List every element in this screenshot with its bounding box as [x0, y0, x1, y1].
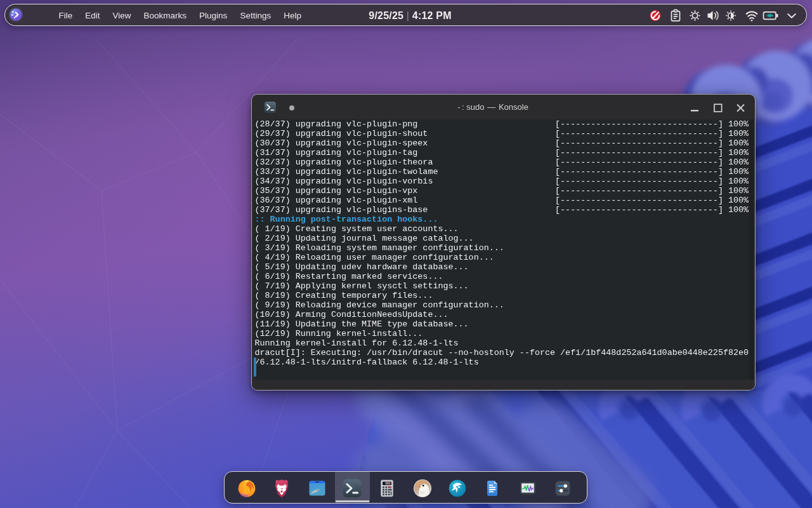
svg-text:900: 900 — [386, 482, 391, 485]
